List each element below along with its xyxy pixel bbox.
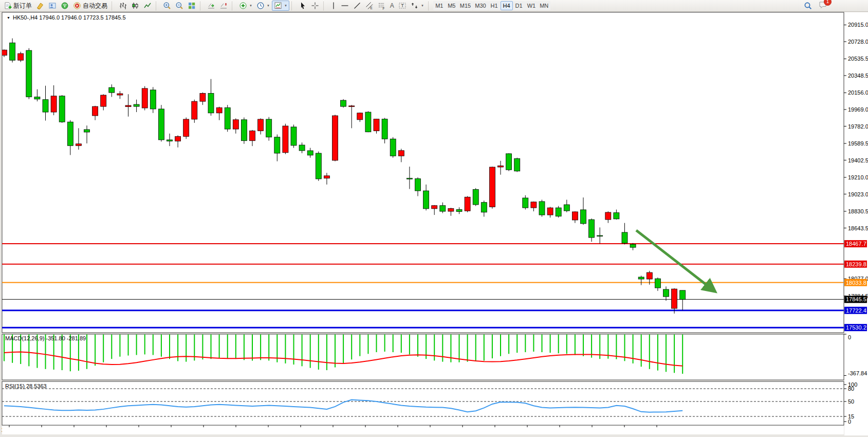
trendline-button[interactable] [351,1,363,11]
candlestick-chart-button[interactable] [129,1,141,11]
candle-down [67,122,73,145]
candle-down [506,154,512,170]
symbol-header[interactable]: ▼ HK50-,H4 17946.0 17946.0 17723.5 17845… [7,14,126,21]
svg-text:18467.7: 18467.7 [846,241,866,247]
equidistant-channel-button[interactable]: E [363,1,376,11]
candle-down [597,235,603,236]
text-label-button[interactable]: T [396,1,409,11]
timeframe-w1-button[interactable]: W1 [525,1,538,10]
chevron-down-icon: ▼ [421,4,424,7]
candle-up [647,272,652,279]
candle-down [390,139,396,156]
auto-scroll-icon [207,2,215,10]
candle-down [316,153,321,179]
candle-up [142,88,147,108]
toolbar-separator [232,2,235,10]
candle-up [465,197,470,211]
candle-down [341,100,346,106]
equidistant-channel-icon: E [365,2,374,10]
navigator-button[interactable] [46,1,59,11]
candle-down [34,97,40,99]
candle-down [481,203,487,212]
candle-down [622,232,627,243]
candle-up [374,119,379,131]
zoom-in-button[interactable] [161,1,173,11]
svg-text:F: F [382,7,384,10]
svg-text:19210.0: 19210.0 [848,174,868,180]
bar-chart-icon [119,2,127,10]
vertical-line-button[interactable] [328,1,339,11]
new-order-button[interactable]: 新订单 [2,1,34,11]
candle-down [407,178,412,179]
symbol-ohlc-title: HK50-,H4 17946.0 17946.0 17723.5 17845.5 [13,14,126,21]
svg-text:T: T [401,3,403,8]
candle-up [51,96,57,112]
crosshair-button[interactable] [309,1,321,11]
text-icon: A [390,2,394,9]
timeframe-d1-button[interactable]: D1 [513,1,525,10]
candle-down [423,191,429,209]
candle-up [258,119,264,131]
candle-up [101,95,106,106]
autotrade-icon [73,2,81,10]
candle-down [10,43,15,60]
autotrade-button[interactable]: 自动交易 [71,1,109,11]
candle-down [680,290,686,299]
toolbar-separator [291,2,295,10]
timeframe-mn-button[interactable]: MN [538,1,550,10]
chart-shift-button[interactable] [217,1,230,11]
candle-up [349,106,355,107]
candlestick-chart-icon [131,2,139,10]
text-button[interactable]: A [388,1,396,11]
indicators-button[interactable]: ▼ [237,1,254,11]
candle-down [241,120,247,141]
candle-up [125,105,131,107]
svg-text:20348.5: 20348.5 [848,72,868,79]
timeframe-m5-button[interactable]: M5 [446,1,458,10]
bar-chart-button[interactable] [117,1,129,11]
line-chart-button[interactable] [141,1,154,11]
timeframe-h4-button[interactable]: H4 [501,1,513,10]
candle-down [26,50,32,97]
svg-text:-367.84: -367.84 [848,370,867,376]
candle-down [43,100,48,112]
periods-button[interactable]: ▼ [254,1,272,11]
horizontal-line-button[interactable] [339,1,351,11]
zoom-in-icon [163,2,171,10]
chevron-down-icon: ▼ [249,4,252,7]
candle-down [365,112,371,132]
candle-down [581,210,586,224]
tile-windows-icon [188,2,196,10]
candle-down [655,279,660,288]
candle-up [531,202,537,208]
zoom-out-button[interactable] [173,1,186,11]
candle-down [208,94,214,113]
candle-up [357,113,363,120]
candle-down [514,158,520,171]
cursor-button[interactable] [297,1,309,11]
svg-text:20728.0: 20728.0 [848,39,868,45]
timeframe-h1-button[interactable]: H1 [488,1,501,10]
fibonacci-button[interactable]: F [376,1,388,11]
candle-down [167,140,173,141]
candle-up [2,50,7,55]
styler-button[interactable] [34,1,46,11]
signals-button[interactable] [59,1,71,11]
timeframe-m30-button[interactable]: M30 [473,1,488,10]
candle-down [523,198,528,208]
candle-up [93,106,98,116]
arrows-tool-button[interactable]: ▼ [409,1,426,11]
notifications-button[interactable]: 1 [819,1,828,11]
templates-button[interactable]: ▼ [272,1,289,11]
timeframe-m15-button[interactable]: M15 [458,1,473,10]
candle-down [539,202,545,215]
arrows-tool-icon [411,2,419,10]
candle-up [333,116,338,160]
candle-down [589,220,595,238]
tile-windows-button[interactable] [186,1,198,11]
search-button[interactable] [802,1,815,11]
timeframe-m1-button[interactable]: M1 [433,1,446,10]
candle-down [59,96,65,122]
auto-scroll-button[interactable] [205,1,217,11]
candle-down [109,87,115,93]
